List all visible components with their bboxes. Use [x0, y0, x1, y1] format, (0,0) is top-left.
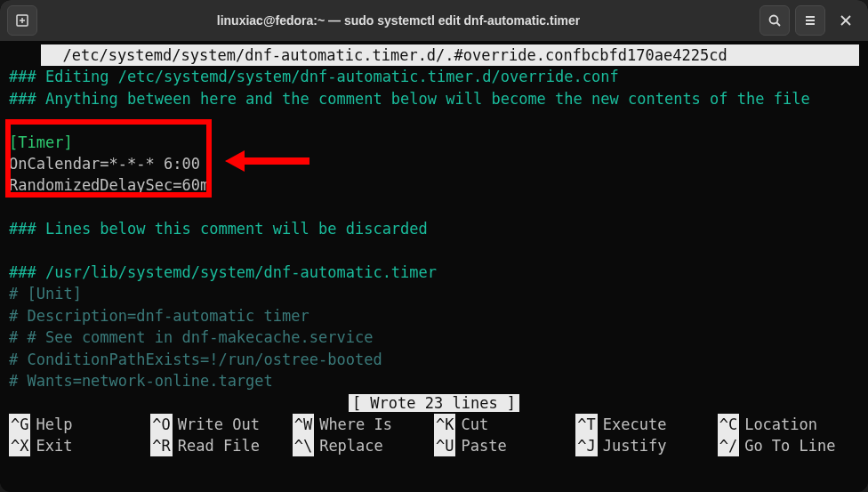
- shortcut-label: Where Is: [319, 414, 392, 435]
- nano-status: [ Wrote 23 lines ]: [349, 394, 519, 412]
- editor-comment: # # See comment in dnf-makecache.service: [9, 327, 859, 348]
- shortcut-label: Write Out: [178, 414, 260, 435]
- editor-comment: ### /usr/lib/systemd/system/dnf-automati…: [9, 262, 859, 283]
- terminal-window: linuxiac@fedora:~ — sudo systemctl edit …: [0, 0, 868, 492]
- shortcut-key: ^K: [434, 414, 455, 435]
- shortcut-key: ^/: [718, 435, 739, 456]
- shortcut-key: ^W: [293, 414, 314, 435]
- editor-comment: # Wants=network-online.target: [9, 370, 859, 391]
- shortcut-label: Read File: [178, 435, 260, 456]
- close-button[interactable]: [831, 5, 861, 36]
- shortcut-label: Execute: [603, 414, 667, 435]
- new-tab-button[interactable]: [7, 5, 37, 36]
- shortcut-label: Help: [36, 414, 72, 435]
- shortcut-key: ^T: [575, 414, 597, 435]
- svg-point-3: [770, 16, 778, 24]
- editor-comment: # ConditionPathExists=!/run/ostree-boote…: [9, 349, 859, 370]
- svg-line-4: [777, 23, 781, 27]
- titlebar: linuxiac@fedora:~ — sudo systemctl edit …: [0, 0, 868, 41]
- shortcut-key: ^C: [718, 414, 739, 435]
- shortcut-label: Location: [744, 414, 817, 435]
- close-icon: [840, 14, 852, 27]
- shortcut-label: Go To Line: [744, 435, 835, 456]
- editor-comment: # [Unit]: [9, 283, 859, 304]
- nano-path-display: /etc/systemd/system/dnf-automatic.timer.…: [41, 44, 859, 66]
- terminal-area[interactable]: /etc/systemd/system/dnf-automatic.timer.…: [0, 41, 868, 492]
- hamburger-icon: [803, 13, 817, 28]
- shortcut-label: Justify: [603, 435, 667, 456]
- config-line: RandomizedDelaySec=60m: [9, 174, 859, 196]
- search-button[interactable]: [760, 5, 790, 36]
- shortcut-key: ^X: [9, 435, 30, 456]
- shortcut-label: Replace: [319, 435, 383, 456]
- editor-comment: ### Lines below this comment will be dis…: [9, 218, 859, 239]
- shortcut-label: Paste: [461, 435, 506, 456]
- editor-comment: # Description=dnf-automatic timer: [9, 305, 859, 327]
- config-line: OnCalendar=*-*-* 6:00: [9, 153, 859, 174]
- shortcut-key: ^R: [150, 435, 172, 456]
- shortcut-key: ^U: [434, 435, 455, 456]
- shortcut-key: ^O: [150, 414, 172, 435]
- editor-comment: ### Anything between here and the commen…: [9, 88, 859, 109]
- shortcut-key: ^J: [575, 435, 597, 456]
- menu-button[interactable]: [795, 5, 825, 36]
- search-icon: [768, 13, 782, 28]
- shortcut-key: ^\: [293, 435, 314, 456]
- editor-comment: ### Editing /etc/systemd/system/dnf-auto…: [9, 66, 859, 87]
- shortcut-label: Exit: [36, 435, 72, 456]
- timer-section-header: [Timer]: [9, 132, 859, 153]
- shortcut-label: Cut: [461, 414, 488, 435]
- nano-shortcuts: ^GHelp ^OWrite Out ^WWhere Is ^KCut ^TEx…: [9, 414, 859, 456]
- window-title: linuxiac@fedora:~ — sudo systemctl edit …: [44, 13, 752, 28]
- shortcut-key: ^G: [9, 414, 30, 435]
